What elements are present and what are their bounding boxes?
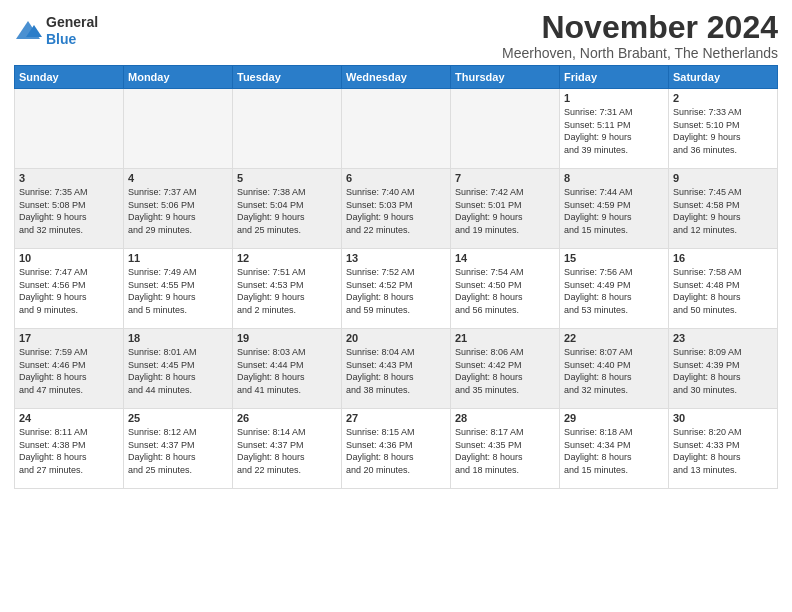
header-wednesday: Wednesday — [342, 66, 451, 89]
month-title: November 2024 — [502, 10, 778, 45]
calendar-cell: 23Sunrise: 8:09 AM Sunset: 4:39 PM Dayli… — [669, 329, 778, 409]
calendar-cell: 6Sunrise: 7:40 AM Sunset: 5:03 PM Daylig… — [342, 169, 451, 249]
day-info: Sunrise: 7:35 AM Sunset: 5:08 PM Dayligh… — [19, 186, 119, 236]
header-thursday: Thursday — [451, 66, 560, 89]
week-row-5: 24Sunrise: 8:11 AM Sunset: 4:38 PM Dayli… — [15, 409, 778, 489]
day-number: 18 — [128, 332, 228, 344]
day-info: Sunrise: 8:12 AM Sunset: 4:37 PM Dayligh… — [128, 426, 228, 476]
calendar-cell — [342, 89, 451, 169]
calendar-cell: 1Sunrise: 7:31 AM Sunset: 5:11 PM Daylig… — [560, 89, 669, 169]
day-number: 4 — [128, 172, 228, 184]
day-number: 14 — [455, 252, 555, 264]
day-number: 22 — [564, 332, 664, 344]
day-info: Sunrise: 7:58 AM Sunset: 4:48 PM Dayligh… — [673, 266, 773, 316]
day-info: Sunrise: 8:17 AM Sunset: 4:35 PM Dayligh… — [455, 426, 555, 476]
calendar-cell: 11Sunrise: 7:49 AM Sunset: 4:55 PM Dayli… — [124, 249, 233, 329]
calendar-cell: 27Sunrise: 8:15 AM Sunset: 4:36 PM Dayli… — [342, 409, 451, 489]
day-number: 27 — [346, 412, 446, 424]
day-info: Sunrise: 7:37 AM Sunset: 5:06 PM Dayligh… — [128, 186, 228, 236]
calendar-cell: 16Sunrise: 7:58 AM Sunset: 4:48 PM Dayli… — [669, 249, 778, 329]
calendar-cell: 5Sunrise: 7:38 AM Sunset: 5:04 PM Daylig… — [233, 169, 342, 249]
day-number: 7 — [455, 172, 555, 184]
week-row-3: 10Sunrise: 7:47 AM Sunset: 4:56 PM Dayli… — [15, 249, 778, 329]
day-number: 9 — [673, 172, 773, 184]
day-number: 15 — [564, 252, 664, 264]
day-number: 28 — [455, 412, 555, 424]
day-info: Sunrise: 8:20 AM Sunset: 4:33 PM Dayligh… — [673, 426, 773, 476]
day-info: Sunrise: 7:33 AM Sunset: 5:10 PM Dayligh… — [673, 106, 773, 156]
day-number: 2 — [673, 92, 773, 104]
calendar-cell: 24Sunrise: 8:11 AM Sunset: 4:38 PM Dayli… — [15, 409, 124, 489]
day-info: Sunrise: 7:45 AM Sunset: 4:58 PM Dayligh… — [673, 186, 773, 236]
calendar-cell — [124, 89, 233, 169]
calendar-cell: 19Sunrise: 8:03 AM Sunset: 4:44 PM Dayli… — [233, 329, 342, 409]
calendar-cell: 10Sunrise: 7:47 AM Sunset: 4:56 PM Dayli… — [15, 249, 124, 329]
header-saturday: Saturday — [669, 66, 778, 89]
day-number: 1 — [564, 92, 664, 104]
calendar-table: SundayMondayTuesdayWednesdayThursdayFrid… — [14, 65, 778, 489]
calendar-cell: 3Sunrise: 7:35 AM Sunset: 5:08 PM Daylig… — [15, 169, 124, 249]
day-number: 10 — [19, 252, 119, 264]
calendar-cell: 7Sunrise: 7:42 AM Sunset: 5:01 PM Daylig… — [451, 169, 560, 249]
calendar-cell: 13Sunrise: 7:52 AM Sunset: 4:52 PM Dayli… — [342, 249, 451, 329]
day-number: 8 — [564, 172, 664, 184]
day-info: Sunrise: 8:15 AM Sunset: 4:36 PM Dayligh… — [346, 426, 446, 476]
calendar-cell: 9Sunrise: 7:45 AM Sunset: 4:58 PM Daylig… — [669, 169, 778, 249]
day-info: Sunrise: 8:03 AM Sunset: 4:44 PM Dayligh… — [237, 346, 337, 396]
header-friday: Friday — [560, 66, 669, 89]
day-info: Sunrise: 8:11 AM Sunset: 4:38 PM Dayligh… — [19, 426, 119, 476]
logo-blue: Blue — [46, 31, 98, 48]
day-info: Sunrise: 7:49 AM Sunset: 4:55 PM Dayligh… — [128, 266, 228, 316]
day-info: Sunrise: 8:09 AM Sunset: 4:39 PM Dayligh… — [673, 346, 773, 396]
day-number: 25 — [128, 412, 228, 424]
week-row-2: 3Sunrise: 7:35 AM Sunset: 5:08 PM Daylig… — [15, 169, 778, 249]
title-block: November 2024 Meerhoven, North Brabant, … — [502, 10, 778, 61]
logo: General Blue — [14, 14, 98, 48]
day-info: Sunrise: 7:51 AM Sunset: 4:53 PM Dayligh… — [237, 266, 337, 316]
day-number: 16 — [673, 252, 773, 264]
calendar-cell: 25Sunrise: 8:12 AM Sunset: 4:37 PM Dayli… — [124, 409, 233, 489]
calendar-cell: 2Sunrise: 7:33 AM Sunset: 5:10 PM Daylig… — [669, 89, 778, 169]
header-sunday: Sunday — [15, 66, 124, 89]
day-number: 26 — [237, 412, 337, 424]
day-number: 6 — [346, 172, 446, 184]
day-info: Sunrise: 7:52 AM Sunset: 4:52 PM Dayligh… — [346, 266, 446, 316]
week-row-1: 1Sunrise: 7:31 AM Sunset: 5:11 PM Daylig… — [15, 89, 778, 169]
logo-general: General — [46, 14, 98, 31]
day-number: 29 — [564, 412, 664, 424]
day-info: Sunrise: 8:06 AM Sunset: 4:42 PM Dayligh… — [455, 346, 555, 396]
header: General Blue November 2024 Meerhoven, No… — [14, 10, 778, 61]
calendar-cell: 15Sunrise: 7:56 AM Sunset: 4:49 PM Dayli… — [560, 249, 669, 329]
day-number: 24 — [19, 412, 119, 424]
day-info: Sunrise: 7:47 AM Sunset: 4:56 PM Dayligh… — [19, 266, 119, 316]
calendar-cell: 21Sunrise: 8:06 AM Sunset: 4:42 PM Dayli… — [451, 329, 560, 409]
day-info: Sunrise: 7:54 AM Sunset: 4:50 PM Dayligh… — [455, 266, 555, 316]
calendar-cell: 4Sunrise: 7:37 AM Sunset: 5:06 PM Daylig… — [124, 169, 233, 249]
day-number: 12 — [237, 252, 337, 264]
day-info: Sunrise: 7:42 AM Sunset: 5:01 PM Dayligh… — [455, 186, 555, 236]
day-number: 13 — [346, 252, 446, 264]
day-info: Sunrise: 8:04 AM Sunset: 4:43 PM Dayligh… — [346, 346, 446, 396]
day-info: Sunrise: 8:18 AM Sunset: 4:34 PM Dayligh… — [564, 426, 664, 476]
day-info: Sunrise: 7:38 AM Sunset: 5:04 PM Dayligh… — [237, 186, 337, 236]
calendar-cell: 12Sunrise: 7:51 AM Sunset: 4:53 PM Dayli… — [233, 249, 342, 329]
calendar-cell — [451, 89, 560, 169]
day-number: 3 — [19, 172, 119, 184]
day-info: Sunrise: 7:56 AM Sunset: 4:49 PM Dayligh… — [564, 266, 664, 316]
day-info: Sunrise: 7:40 AM Sunset: 5:03 PM Dayligh… — [346, 186, 446, 236]
calendar-cell: 30Sunrise: 8:20 AM Sunset: 4:33 PM Dayli… — [669, 409, 778, 489]
calendar-cell: 17Sunrise: 7:59 AM Sunset: 4:46 PM Dayli… — [15, 329, 124, 409]
calendar-cell: 20Sunrise: 8:04 AM Sunset: 4:43 PM Dayli… — [342, 329, 451, 409]
day-number: 19 — [237, 332, 337, 344]
day-number: 5 — [237, 172, 337, 184]
day-info: Sunrise: 8:14 AM Sunset: 4:37 PM Dayligh… — [237, 426, 337, 476]
header-tuesday: Tuesday — [233, 66, 342, 89]
calendar-cell — [15, 89, 124, 169]
day-number: 11 — [128, 252, 228, 264]
calendar-cell: 29Sunrise: 8:18 AM Sunset: 4:34 PM Dayli… — [560, 409, 669, 489]
calendar-cell: 18Sunrise: 8:01 AM Sunset: 4:45 PM Dayli… — [124, 329, 233, 409]
day-info: Sunrise: 8:07 AM Sunset: 4:40 PM Dayligh… — [564, 346, 664, 396]
calendar-cell: 8Sunrise: 7:44 AM Sunset: 4:59 PM Daylig… — [560, 169, 669, 249]
calendar-cell: 28Sunrise: 8:17 AM Sunset: 4:35 PM Dayli… — [451, 409, 560, 489]
day-number: 20 — [346, 332, 446, 344]
